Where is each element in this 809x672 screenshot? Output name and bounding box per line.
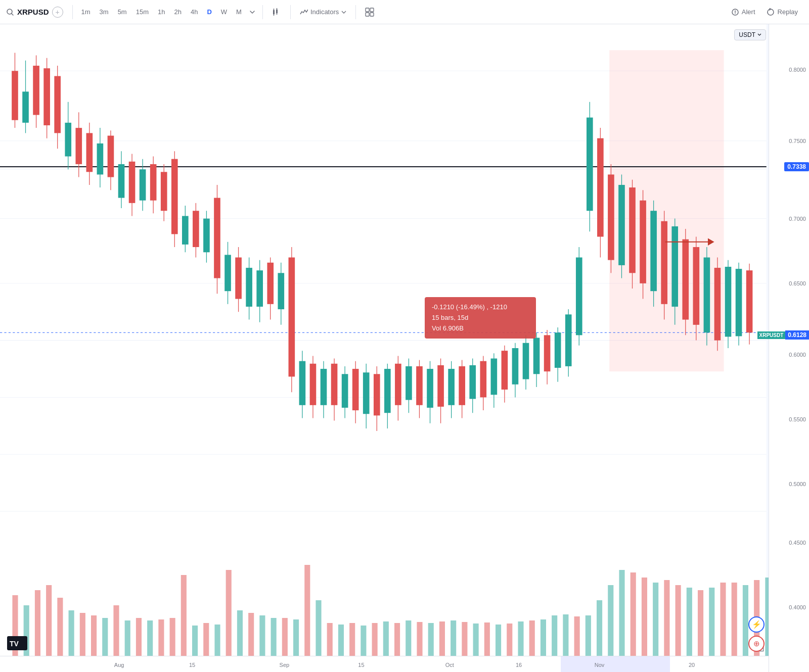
svg-rect-86 xyxy=(310,364,317,405)
indicators-button[interactable]: Indicators xyxy=(296,6,350,18)
svg-rect-52 xyxy=(129,162,136,203)
svg-rect-142 xyxy=(608,174,614,260)
tf-1h[interactable]: 1h xyxy=(154,6,168,18)
tooltip-change: -0.1210 (-16.49%) , -1210 xyxy=(432,302,529,313)
svg-rect-36 xyxy=(43,68,50,125)
measurement-tooltip: -0.1210 (-16.49%) , -1210 15 bars, 15d V… xyxy=(425,297,536,339)
time-20nov: 20 xyxy=(689,662,695,668)
lightning-icon[interactable]: ⚡ xyxy=(748,616,765,633)
usdt-label: USDT xyxy=(739,31,755,38)
symbol-name[interactable]: XRPUSD xyxy=(17,8,49,16)
svg-rect-54 xyxy=(140,169,146,201)
svg-rect-92 xyxy=(342,374,348,408)
svg-rect-166 xyxy=(736,269,742,336)
tooltip-bars: 15 bars, 15d xyxy=(432,313,529,323)
svg-text:TV: TV xyxy=(10,640,19,648)
price-0550: 0.5500 xyxy=(789,416,806,422)
time-aug: Aug xyxy=(114,662,124,668)
svg-rect-78 xyxy=(267,263,274,304)
alert-button[interactable]: Alert xyxy=(727,6,759,18)
add-symbol-button[interactable]: + xyxy=(52,7,63,18)
tf-M[interactable]: M xyxy=(233,6,245,18)
svg-rect-140 xyxy=(597,138,604,237)
layout-button[interactable] xyxy=(361,6,378,19)
svg-rect-88 xyxy=(321,369,327,405)
price-axis: 0.8000 0.7500 0.7338 0.7000 0.6500 XRPUS… xyxy=(769,24,809,672)
svg-rect-50 xyxy=(118,164,125,198)
tf-3m[interactable]: 3m xyxy=(96,6,112,18)
tf-4h[interactable]: 4h xyxy=(187,6,201,18)
price-0700: 0.7000 xyxy=(789,216,806,222)
svg-rect-130 xyxy=(544,335,551,371)
svg-rect-156 xyxy=(682,239,689,320)
svg-rect-116 xyxy=(469,365,476,399)
svg-rect-118 xyxy=(480,361,486,398)
toolbar-divider2 xyxy=(262,5,263,19)
tf-2h[interactable]: 2h xyxy=(170,6,185,18)
price-0750: 0.7500 xyxy=(789,138,806,144)
svg-rect-5 xyxy=(276,10,278,13)
time-axis: Aug 15 Sep 15 Oct 16 Nov 20 xyxy=(0,656,769,672)
tf-D[interactable]: D xyxy=(203,6,215,18)
svg-rect-38 xyxy=(54,76,61,133)
svg-rect-80 xyxy=(278,273,284,309)
svg-rect-114 xyxy=(459,366,465,405)
svg-rect-128 xyxy=(533,338,540,374)
search-icon[interactable] xyxy=(6,8,14,16)
price-0600: 0.6000 xyxy=(789,352,806,358)
tf-15m[interactable]: 15m xyxy=(132,6,152,18)
svg-rect-148 xyxy=(640,201,646,283)
svg-rect-9 xyxy=(370,8,374,12)
svg-rect-160 xyxy=(704,258,710,333)
svg-rect-122 xyxy=(502,351,508,390)
usdt-selector[interactable]: USDT xyxy=(734,29,766,40)
chart-svg xyxy=(0,24,809,672)
price-0612: 0.6128 xyxy=(785,330,809,340)
price-0450: 0.4500 xyxy=(789,540,806,546)
svg-rect-2 xyxy=(273,10,275,14)
xrpusdt-price-label: XRPUSDT 0.6128 xyxy=(757,330,810,340)
tf-1m[interactable]: 1m xyxy=(78,6,94,18)
chart-type-button[interactable] xyxy=(268,6,285,19)
svg-rect-108 xyxy=(427,369,433,408)
svg-rect-168 xyxy=(746,270,753,332)
toolbar: XRPUSD + 1m 3m 5m 15m 1h 2h 4h D W M Ind… xyxy=(0,0,809,24)
svg-rect-98 xyxy=(374,374,380,415)
indicators-label: Indicators xyxy=(310,8,339,16)
svg-rect-84 xyxy=(299,361,306,405)
svg-rect-30 xyxy=(12,71,18,120)
svg-rect-152 xyxy=(661,221,667,304)
svg-rect-102 xyxy=(395,364,401,405)
svg-rect-40 xyxy=(65,123,71,157)
svg-rect-64 xyxy=(193,211,199,247)
svg-rect-46 xyxy=(97,143,104,175)
svg-rect-34 xyxy=(33,66,39,115)
price-0500: 0.5000 xyxy=(789,481,806,487)
svg-rect-154 xyxy=(671,226,678,307)
time-nov20-highlight xyxy=(561,656,670,672)
svg-rect-68 xyxy=(214,198,220,278)
price-0733-highlight: 0.7338 xyxy=(784,162,809,171)
settings-icon[interactable]: ⊕ xyxy=(748,636,765,652)
svg-rect-60 xyxy=(171,159,178,234)
symbol-section: XRPUSD + xyxy=(6,7,63,18)
svg-rect-70 xyxy=(224,255,231,291)
svg-rect-48 xyxy=(108,136,114,177)
time-nov: Nov xyxy=(595,662,605,668)
alert-label: Alert xyxy=(742,8,755,16)
tf-W[interactable]: W xyxy=(217,6,231,18)
svg-rect-82 xyxy=(289,258,295,377)
svg-rect-72 xyxy=(235,258,242,299)
timeframe-more[interactable] xyxy=(247,7,257,17)
time-15sep: 15 xyxy=(358,662,364,668)
svg-rect-90 xyxy=(331,364,338,405)
svg-rect-44 xyxy=(86,133,93,172)
replay-button[interactable]: Replay xyxy=(761,6,803,19)
price-0400: 0.4000 xyxy=(789,604,806,610)
chart-container: USDT xyxy=(0,24,809,672)
tf-5m[interactable]: 5m xyxy=(114,6,130,18)
svg-rect-104 xyxy=(406,366,412,400)
svg-rect-150 xyxy=(650,211,657,291)
svg-rect-164 xyxy=(725,267,732,337)
xrpusdt-tag: XRPUSDT xyxy=(757,331,786,339)
